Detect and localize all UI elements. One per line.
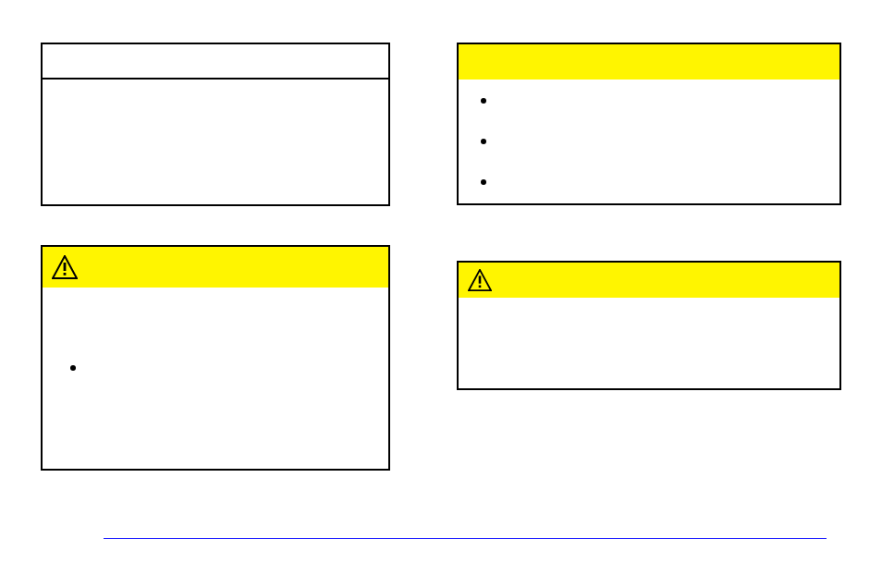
svg-rect-4 [479, 276, 482, 283]
caution-body-right-top [459, 80, 839, 203]
caution-box-right-top [457, 43, 841, 205]
warning-triangle-icon [468, 269, 492, 291]
caution-header-right-top [459, 44, 839, 80]
bullet-icon [481, 179, 486, 185]
notice-body [43, 80, 388, 204]
caution-header-left [43, 247, 388, 288]
notice-box [41, 43, 390, 206]
list-item [481, 94, 832, 104]
caution-header-right-bottom [459, 263, 839, 298]
list-item [481, 135, 832, 144]
svg-rect-2 [64, 273, 67, 276]
svg-rect-1 [64, 263, 67, 271]
notice-header [43, 44, 388, 80]
list-item [70, 361, 381, 371]
caution-box-right-bottom [457, 261, 841, 390]
left-column [41, 43, 423, 471]
bullet-icon [70, 365, 76, 371]
caution-body-left [43, 288, 388, 469]
right-column [457, 43, 841, 471]
list-item [481, 176, 832, 185]
svg-rect-5 [479, 286, 482, 288]
warning-triangle-icon [52, 255, 78, 279]
caution-box-left [41, 245, 390, 471]
bullet-icon [481, 139, 486, 144]
caution-body-right-bottom [459, 298, 839, 388]
page-columns [0, 0, 882, 471]
footer-divider [104, 538, 827, 539]
bullet-icon [481, 98, 486, 104]
